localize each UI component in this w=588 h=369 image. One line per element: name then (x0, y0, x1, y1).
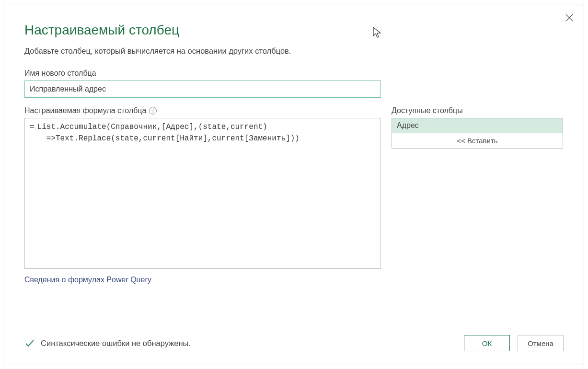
close-button[interactable] (563, 11, 576, 24)
syntax-status: Синтаксические ошибки не обнаружены. (24, 338, 191, 348)
dialog-subtitle: Добавьте столбец, который вычисляется на… (24, 46, 564, 56)
dialog-buttons: ОК Отмена (464, 335, 564, 351)
ok-button[interactable]: ОК (464, 335, 510, 351)
column-name-input[interactable] (24, 81, 381, 98)
close-icon (565, 13, 574, 23)
insert-column-button[interactable]: << Вставить (392, 133, 563, 149)
check-icon (24, 338, 35, 348)
available-columns-label: Доступные столбцы (392, 106, 564, 115)
formula-textarea[interactable] (37, 121, 376, 265)
formula-section: Настраиваемая формула столбца i = Сведен… (24, 106, 381, 284)
column-name-label: Имя нового столбца (24, 69, 564, 78)
info-icon[interactable]: i (149, 107, 157, 115)
available-columns-list[interactable]: Адрес (392, 118, 563, 133)
dialog-footer: Синтаксические ошибки не обнаружены. ОК … (24, 335, 564, 351)
custom-column-dialog: Настраиваемый столбец Добавьте столбец, … (4, 4, 584, 365)
formula-equals: = (30, 121, 37, 133)
formula-label: Настраиваемая формула столбца (24, 106, 146, 115)
formula-editor[interactable]: = (24, 118, 381, 269)
cancel-button[interactable]: Отмена (518, 335, 564, 351)
status-text: Синтаксические ошибки не обнаружены. (41, 339, 191, 348)
available-column-item[interactable]: Адрес (392, 118, 563, 133)
power-query-help-link[interactable]: Сведения о формулах Power Query (24, 276, 151, 284)
available-columns-section: Доступные столбцы Адрес << Вставить (392, 106, 564, 149)
dialog-title: Настраиваемый столбец (24, 23, 564, 38)
